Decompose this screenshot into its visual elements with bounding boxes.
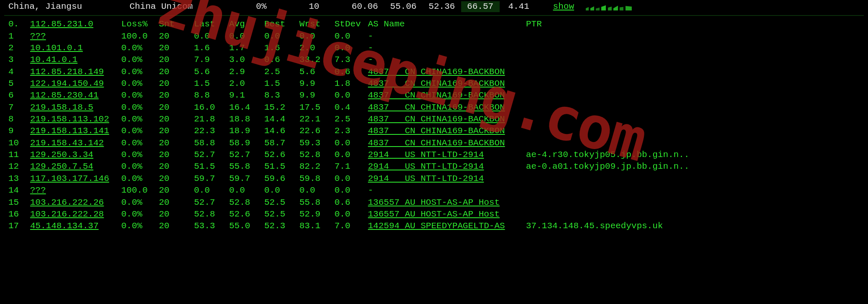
cell-ip[interactable]: 10.41.0.1 — [30, 54, 121, 66]
cell-snt: 20 — [159, 66, 194, 78]
cell-snt: 20 — [159, 31, 194, 42]
summary-cells: 60.0655.0652.3666.574.41 — [346, 1, 538, 13]
cell-snt: 20 — [159, 161, 194, 173]
cell-snt: 20 — [159, 149, 194, 161]
cell-asname[interactable]: 4837 CN CHINA169-BACKBON — [368, 102, 526, 113]
cell-asname[interactable]: 2914 US NTT-LTD-2914 — [368, 161, 526, 173]
cell-snt: 20 — [159, 78, 194, 90]
show-link[interactable]: show — [553, 1, 574, 13]
cell-stdev: 0.0 — [334, 42, 368, 54]
cell-wrst: 59.8 — [299, 173, 334, 185]
summary-bar: China, Jiangsu China Unicom 0% 10 60.065… — [0, 0, 868, 15]
summary-cell: 52.36 — [423, 1, 461, 12]
cell-wrst: 22.1 — [299, 113, 334, 125]
cell-avg: 2.9 — [229, 66, 264, 78]
cell-wrst: 0.0 — [299, 31, 334, 42]
cell-last: 59.7 — [194, 173, 229, 185]
cell-loss: 0.0% — [121, 125, 159, 137]
cell-asname[interactable]: 4837 CN CHINA169-BACKBON — [368, 66, 526, 78]
cell-ip[interactable]: 219.158.113.141 — [30, 125, 121, 137]
cell-best: 1.5 — [264, 78, 299, 90]
cell-ip[interactable]: ??? — [30, 31, 121, 42]
cell-hop: 9 — [8, 125, 30, 137]
cell-avg: 16.4 — [229, 102, 264, 113]
cell-avg: 18.9 — [229, 125, 264, 137]
table-row: 16103.216.222.280.0%2052.852.652.552.90.… — [8, 209, 861, 220]
cell-ip[interactable]: ??? — [30, 185, 121, 196]
cell-ip[interactable]: 112.85.218.149 — [30, 66, 121, 78]
cell-asname[interactable]: 2914 US NTT-LTD-2914 — [368, 173, 526, 185]
table-row: 310.41.0.10.0%207.93.00.633.27.3- — [8, 54, 861, 66]
cell-asname: - — [368, 42, 526, 54]
cell-ip[interactable]: 129.250.7.54 — [30, 161, 121, 173]
table-row: 12129.250.7.540.0%2051.555.851.582.27.12… — [8, 161, 861, 173]
cell-asname[interactable]: 136557 AU HOST-AS-AP Host — [368, 197, 526, 209]
cell-best: 52.6 — [264, 149, 299, 161]
cell-avg: 3.0 — [229, 54, 264, 66]
cell-hop: 13 — [8, 173, 30, 185]
cell-ip[interactable]: 10.101.0.1 — [30, 42, 121, 54]
cell-ip[interactable]: 122.194.150.49 — [30, 78, 121, 90]
cell-ip[interactable]: 219.158.18.5 — [30, 102, 121, 113]
traceroute-table: 0.112.85.231.0Loss%SntLastAvgBestWrstStD… — [8, 18, 861, 232]
cell-asname[interactable]: 4837 CN CHINA169-BACKBON — [368, 125, 526, 137]
cell-wrst: 59.3 — [299, 137, 334, 149]
cell-hop: 11 — [8, 149, 30, 161]
col-asname: AS Name — [368, 18, 526, 30]
cell-asname[interactable]: 4837 CN CHINA169-BACKBON — [368, 113, 526, 125]
cell-asname[interactable]: 4837 CN CHINA169-BACKBON — [368, 137, 526, 149]
cell-avg: 18.8 — [229, 113, 264, 125]
cell-loss: 0.0% — [121, 78, 159, 90]
cell-hop: 15 — [8, 197, 30, 209]
cell-stdev: 2.3 — [334, 125, 368, 137]
cell-wrst: 52.8 — [299, 149, 334, 161]
cell-ip[interactable]: 45.148.134.37 — [30, 220, 121, 232]
cell-best: 14.4 — [264, 113, 299, 125]
cell-stdev: 7.1 — [334, 161, 368, 173]
cell-avg: 55.0 — [229, 220, 264, 232]
cell-asname[interactable]: 142594 AU SPEEDYPAGELTD-AS — [368, 220, 526, 232]
cell-ptr — [526, 185, 861, 196]
cell-asname: - — [368, 54, 526, 66]
cell-best: 0.0 — [264, 31, 299, 42]
cell-best: 52.3 — [264, 220, 299, 232]
cell-last: 21.8 — [194, 113, 229, 125]
col-ip[interactable]: 112.85.231.0 — [30, 18, 121, 30]
cell-avg: 9.1 — [229, 90, 264, 101]
cell-ip[interactable]: 103.216.222.26 — [30, 197, 121, 209]
summary-cell: 55.06 — [384, 1, 423, 12]
cell-ip[interactable]: 117.103.177.146 — [30, 173, 121, 185]
cell-snt: 20 — [159, 137, 194, 149]
cell-ptr — [526, 113, 861, 125]
cell-ip[interactable]: 219.158.43.142 — [30, 137, 121, 149]
cell-asname[interactable]: 4837 CN CHINA169-BACKBON — [368, 78, 526, 90]
cell-avg: 52.7 — [229, 149, 264, 161]
cell-loss: 0.0% — [121, 161, 159, 173]
table-row: 11129.250.3.340.0%2052.752.752.652.80.02… — [8, 149, 861, 161]
cell-ip[interactable]: 103.216.222.28 — [30, 209, 121, 220]
summary-cell: 60.06 — [346, 1, 384, 12]
cell-best: 2.5 — [264, 66, 299, 78]
cell-best: 15.2 — [264, 102, 299, 113]
cell-stdev: 0.4 — [334, 102, 368, 113]
cell-last: 1.5 — [194, 78, 229, 90]
cell-asname[interactable]: 4837 CN CHINA169-BACKBON — [368, 90, 526, 101]
cell-wrst: 17.5 — [299, 102, 334, 113]
table-row: 1745.148.134.370.0%2053.355.052.383.17.0… — [8, 220, 861, 232]
cell-ip[interactable]: 219.158.113.102 — [30, 113, 121, 125]
cell-ip[interactable]: 112.85.230.41 — [30, 90, 121, 101]
cell-asname[interactable]: 136557 AU HOST-AS-AP Host — [368, 209, 526, 220]
cell-asname[interactable]: 2914 US NTT-LTD-2914 — [368, 149, 526, 161]
table-row: 13117.103.177.1460.0%2059.759.759.659.80… — [8, 173, 861, 185]
cell-wrst: 5.6 — [299, 66, 334, 78]
cell-snt: 20 — [159, 54, 194, 66]
cell-loss: 0.0% — [121, 54, 159, 66]
cell-wrst: 22.6 — [299, 125, 334, 137]
cell-stdev: 0.0 — [334, 173, 368, 185]
cell-ptr — [526, 197, 861, 209]
cell-best: 51.5 — [264, 161, 299, 173]
cell-hop: 5 — [8, 78, 30, 90]
cell-ip[interactable]: 129.250.3.34 — [30, 149, 121, 161]
cell-stdev: 0.6 — [334, 197, 368, 209]
cell-hop: 16 — [8, 209, 30, 220]
